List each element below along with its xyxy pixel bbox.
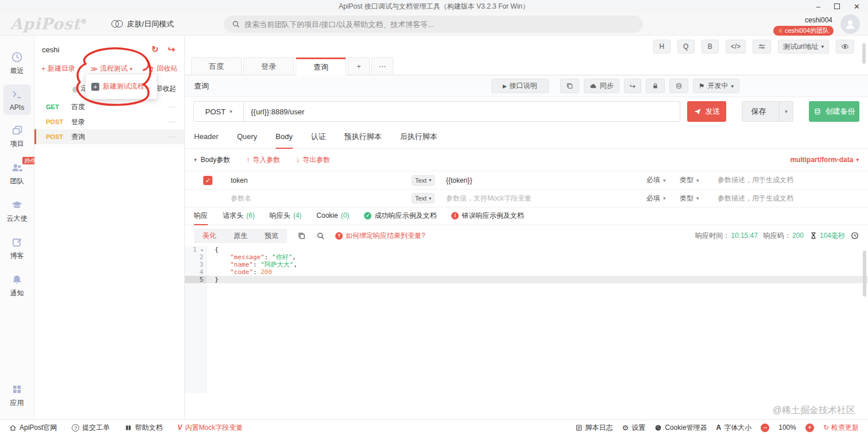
tab-login[interactable]: 登录 <box>243 57 294 75</box>
zoom-in-button[interactable]: + <box>805 424 814 432</box>
tab-body-active[interactable]: Body <box>276 126 293 149</box>
sidebar-item-projects[interactable]: 项目 <box>3 120 31 152</box>
tab-cookie[interactable]: Cookie(0) <box>316 207 349 225</box>
sync-button[interactable]: 同步 <box>584 79 619 93</box>
settings-button[interactable]: ⚙ 设置 <box>622 423 646 433</box>
mock-variables-link[interactable]: V 内置Mock字段变量 <box>177 423 243 433</box>
maximize-button[interactable] <box>834 3 840 9</box>
bind-help-link[interactable]: ? 如何绑定响应结果到变量? <box>335 231 425 241</box>
zoom-out-button[interactable]: − <box>761 424 769 432</box>
skin-toggle[interactable]: 皮肤/日间模式 <box>111 19 174 29</box>
create-backup-button[interactable]: 创建备份 <box>809 101 859 122</box>
mode-raw[interactable]: 原生 <box>225 229 256 243</box>
sidebar-item-apps[interactable]: 应用 <box>3 379 31 411</box>
code-tool-button[interactable]: </> <box>726 40 746 53</box>
mode-preview[interactable]: 预览 <box>256 229 287 243</box>
param-desc[interactable]: 参数描述，用于生成文档 <box>718 194 868 203</box>
more-icon[interactable]: ⋯ <box>168 133 176 141</box>
preview-eye-button[interactable] <box>836 40 854 53</box>
new-folder-button[interactable]: + 新建目录 <box>41 64 75 74</box>
editor-scrollbar-thumb[interactable] <box>863 251 866 297</box>
lock-button[interactable] <box>646 79 665 93</box>
tab-query[interactable]: Query <box>237 126 257 149</box>
body-params-collapse[interactable]: ▾ Body参数 <box>194 155 230 165</box>
tab-query-active[interactable]: 查询 <box>296 57 346 75</box>
refresh-icon[interactable]: ↻ <box>152 44 159 55</box>
tab-more-button[interactable]: ⋯ <box>371 57 393 75</box>
check-update-button[interactable]: ↻ 检查更新 <box>823 423 859 433</box>
send-button[interactable]: 发送 <box>687 101 726 122</box>
url-environment-select[interactable]: 测试url地址 ▾ <box>778 40 829 53</box>
new-tab-button[interactable]: + <box>348 57 370 75</box>
sidebar-item-notifications[interactable]: 通知 <box>3 270 31 302</box>
dev-status-select[interactable]: ⚑ 开发中 ▾ <box>693 79 739 93</box>
param-key-input[interactable] <box>231 194 412 202</box>
recycle-bin-button[interactable]: 回收站 <box>148 64 177 74</box>
flow-test-button[interactable]: ≫ 流程测试 ▾ <box>90 64 132 74</box>
avatar[interactable] <box>840 14 860 34</box>
copy-response-button[interactable] <box>297 232 306 240</box>
response-json-editor[interactable]: 1 ▾ 2 3 4 5 { "message": "你好", "name": "… <box>185 246 868 393</box>
close-button[interactable]: ✕ <box>854 2 860 11</box>
query-tool-button[interactable]: Q <box>677 40 695 53</box>
param-value-input[interactable] <box>446 194 646 202</box>
method-select[interactable]: POST ▾ <box>193 101 244 122</box>
fold-icon[interactable]: ▾ <box>200 248 203 253</box>
tab-success-example[interactable]: ✓ 成功响应示例及文档 <box>364 207 436 225</box>
mode-pretty[interactable]: 美化 <box>194 229 225 243</box>
tab-response-active[interactable]: 响应 <box>194 207 208 225</box>
tab-baidu[interactable]: 百度 <box>191 57 242 75</box>
save-button[interactable]: 保存 ▾ <box>742 101 793 122</box>
param-desc[interactable]: 参数描述，用于生成文档 <box>718 175 868 185</box>
content-type-select[interactable]: multipart/form-data ▾ <box>790 156 859 164</box>
sidebar-item-apis[interactable]: APIs <box>3 84 31 115</box>
sidebar-item-team[interactable]: 协作 团队 <box>3 157 31 190</box>
font-size-button[interactable]: A 字体大小 <box>716 423 752 433</box>
official-site-link[interactable]: ApiPost官网 <box>9 423 57 433</box>
required-select[interactable]: 必填▾ <box>646 175 680 185</box>
field-type-select[interactable]: 类型▾ <box>680 194 718 203</box>
export-params-button[interactable]: ↓ 导出参数 <box>296 155 330 165</box>
required-select[interactable]: 必填▾ <box>646 194 680 203</box>
copy-button[interactable] <box>560 79 579 93</box>
share-icon[interactable]: ↪ <box>168 44 175 55</box>
sidebar-item-ambassador[interactable]: 云大使 <box>3 195 31 227</box>
tab-error-example[interactable]: ! 错误响应示例及文档 <box>451 207 524 225</box>
body-tool-button[interactable]: B <box>702 40 719 53</box>
sidebar-item-recent[interactable]: 最近 <box>3 47 31 79</box>
global-search[interactable] <box>224 16 643 33</box>
share-button[interactable]: ↪ <box>624 79 641 93</box>
more-icon[interactable]: ⋯ <box>168 118 176 126</box>
tab-request-headers[interactable]: 请求头(6) <box>223 207 255 225</box>
sidebar-item-blog[interactable]: 博客 <box>3 232 31 264</box>
heading-tool-button[interactable]: H <box>653 40 671 53</box>
database-button[interactable] <box>669 79 688 93</box>
api-doc-button[interactable]: ▶ 接口说明 <box>491 79 549 93</box>
tab-post-script[interactable]: 后执行脚本 <box>400 126 437 149</box>
filter-tool-button[interactable] <box>753 40 771 53</box>
param-checkbox-checked[interactable]: ✓ <box>203 176 212 185</box>
search-response-button[interactable] <box>316 232 325 240</box>
api-list-item[interactable]: POST 登录 ⋯ <box>34 114 184 129</box>
search-input[interactable] <box>245 20 635 29</box>
help-docs-link[interactable]: 帮助文档 <box>125 423 162 433</box>
param-key-input[interactable] <box>231 176 412 184</box>
tab-pre-script[interactable]: 预执行脚本 <box>344 126 382 149</box>
team-badge[interactable]: ♕ ceshi004的团队 <box>773 26 834 36</box>
tab-auth[interactable]: 认证 <box>311 126 326 149</box>
param-type-select[interactable]: Text▾ <box>412 193 435 203</box>
field-type-select[interactable]: 类型▾ <box>680 175 718 185</box>
tab-response-headers[interactable]: 响应头(4) <box>270 207 302 225</box>
api-list-item[interactable]: GET 百度 ⋯ <box>34 99 184 114</box>
api-list-item-active[interactable]: POST 查询 ⋯ <box>34 129 184 144</box>
cookie-manager-button[interactable]: Cookie管理器 <box>654 423 707 433</box>
new-flow-item[interactable]: 新建测试流程… <box>103 82 151 91</box>
submit-ticket-link[interactable]: ? 提交工单 <box>72 423 110 433</box>
tab-header[interactable]: Header <box>194 126 219 149</box>
url-input[interactable] <box>244 101 680 122</box>
param-type-select[interactable]: Text▾ <box>412 175 435 186</box>
save-dropdown-caret[interactable]: ▾ <box>779 102 793 121</box>
history-clock-icon[interactable] <box>851 232 859 240</box>
more-icon[interactable]: ⋯ <box>168 103 176 111</box>
scrollbar-thumb[interactable] <box>862 43 866 64</box>
